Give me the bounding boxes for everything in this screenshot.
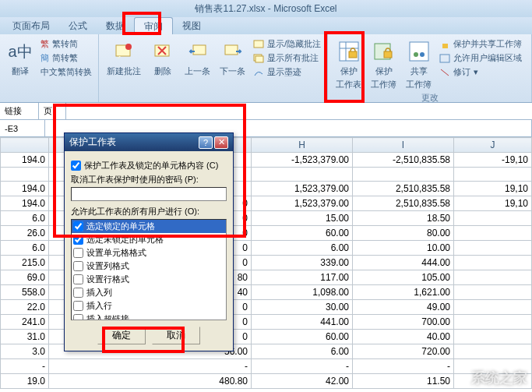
show-hide-comment-button[interactable]: 显示/隐藏批注	[252, 37, 322, 51]
table-row[interactable]: ----	[1, 359, 532, 374]
next-comment-button[interactable]: 下一条	[217, 37, 248, 79]
cell[interactable]: 105.00	[353, 270, 454, 285]
permission-checkbox[interactable]	[73, 248, 83, 258]
prev-comment-button[interactable]: 上一条	[181, 37, 213, 79]
cell-reference[interactable]: -E3	[0, 120, 45, 136]
cell[interactable]: -2,510,835.58	[353, 153, 454, 168]
ok-button[interactable]: 确定	[97, 327, 146, 344]
permission-option[interactable]: 选定未锁定的单元格	[72, 233, 226, 246]
cell[interactable]: 18.50	[353, 211, 454, 226]
col-header-h[interactable]: H	[252, 138, 353, 153]
cell[interactable]: 6.0	[1, 241, 49, 256]
cell[interactable]: 10.00	[353, 241, 454, 256]
cell[interactable]	[454, 344, 532, 359]
cell[interactable]	[454, 168, 532, 182]
cell[interactable]	[252, 168, 353, 182]
dialog-help-button[interactable]: ?	[199, 136, 213, 149]
cell[interactable]: 30.00	[252, 300, 353, 315]
cell[interactable]: 6.00	[252, 344, 353, 359]
cell[interactable]: 2,510,835.58	[353, 196, 454, 211]
cell[interactable]	[454, 226, 532, 241]
cell[interactable]: 1,098.00	[252, 285, 353, 300]
cell[interactable]: -1,523,379.00	[252, 153, 353, 168]
cell[interactable]: 19,10	[454, 182, 532, 196]
cell[interactable]: 444.00	[353, 256, 454, 270]
cell[interactable]: 26.0	[1, 226, 49, 241]
protect-workbook-button[interactable]: 保护 工作簿	[368, 37, 400, 92]
cell[interactable]	[454, 315, 532, 330]
cell[interactable]: 3.0	[1, 344, 49, 359]
cell[interactable]: -	[49, 359, 252, 374]
cell[interactable]: 6.0	[1, 211, 49, 226]
cell[interactable]: -	[1, 359, 49, 374]
cell[interactable]: 1,523,379.00	[252, 182, 353, 196]
cell[interactable]: 215.0	[1, 256, 49, 270]
cell[interactable]: -19,10	[454, 153, 532, 168]
cell[interactable]: -	[252, 359, 353, 374]
cell[interactable]: 49.00	[353, 300, 454, 315]
cell[interactable]: 700.00	[353, 315, 454, 330]
tab-view[interactable]: 视图	[173, 17, 210, 34]
translate-button[interactable]: a中 翻译	[5, 37, 36, 79]
cell[interactable]	[454, 211, 532, 226]
cell[interactable]: 6.00	[252, 241, 353, 256]
permission-checkbox[interactable]	[73, 274, 83, 284]
show-all-comments-button[interactable]: 显示所有批注	[252, 51, 322, 65]
trad-to-simp-button[interactable]: 繁繁转简	[39, 37, 93, 51]
cell[interactable]: 194.0	[1, 196, 49, 211]
cell[interactable]: 441.00	[252, 315, 353, 330]
cell[interactable]: 241.0	[1, 315, 49, 330]
show-ink-button[interactable]: 显示墨迹	[252, 65, 322, 79]
cell[interactable]	[1, 168, 49, 182]
convert-button[interactable]: 中文繁简转换	[39, 65, 93, 79]
allow-edit-ranges-button[interactable]: 允许用户编辑区域	[438, 51, 523, 65]
permission-option[interactable]: 选定锁定的单元格	[72, 220, 226, 233]
cell[interactable]: 2,510,835.58	[353, 182, 454, 196]
permission-option[interactable]: 插入行	[72, 299, 226, 313]
simp-to-trad-button[interactable]: 簡简转繁	[39, 51, 93, 65]
password-input[interactable]	[71, 187, 227, 201]
cell[interactable]: 1,523,379.00	[252, 196, 353, 211]
cancel-button[interactable]: 取消	[152, 327, 200, 344]
cell[interactable]	[454, 330, 532, 344]
permissions-listbox[interactable]: 选定锁定的单元格选定未锁定的单元格设置单元格格式设置列格式设置行格式插入列插入行…	[71, 219, 227, 320]
permission-checkbox[interactable]	[73, 288, 83, 298]
cell[interactable]: 22.0	[1, 300, 49, 315]
cell[interactable]: 42.00	[252, 374, 353, 389]
cell[interactable]: 60.00	[252, 226, 353, 241]
cell[interactable]: 15.00	[252, 211, 353, 226]
cell[interactable]: 1,621.00	[353, 285, 454, 300]
cell[interactable]: 194.0	[1, 153, 49, 168]
cell[interactable]	[454, 241, 532, 256]
cell[interactable]: 194.0	[1, 182, 49, 196]
tab-formulas[interactable]: 公式	[59, 17, 97, 34]
dialog-close-button[interactable]: ✕	[214, 136, 228, 149]
permission-option[interactable]: 设置单元格格式	[72, 246, 226, 260]
cell[interactable]: 80.00	[353, 226, 454, 241]
cell[interactable]: 69.0	[1, 270, 49, 285]
permission-checkbox[interactable]	[73, 314, 83, 320]
protect-contents-checkbox[interactable]	[71, 161, 81, 171]
permission-option[interactable]: 插入超链接	[72, 313, 226, 320]
tab-page-layout[interactable]: 页面布局	[3, 17, 59, 34]
table-row[interactable]: 19.0480.8042.0011.50	[1, 374, 532, 389]
permission-checkbox[interactable]	[73, 221, 83, 231]
cell[interactable]: 60.00	[252, 330, 353, 344]
col-header-i[interactable]: I	[353, 138, 454, 153]
protect-share-button[interactable]: 保护并共享工作簿	[438, 37, 523, 51]
cell[interactable]: 31.0	[1, 330, 49, 344]
cell[interactable]	[454, 270, 532, 285]
tab-data[interactable]: 数据	[97, 17, 134, 34]
cell[interactable]: 40.00	[353, 330, 454, 344]
cell[interactable]: 117.00	[252, 270, 353, 285]
col-header-j[interactable]: J	[454, 138, 532, 153]
cell[interactable]	[454, 285, 532, 300]
share-workbook-button[interactable]: 共享 工作簿	[403, 37, 435, 92]
cell[interactable]: 720.00	[353, 344, 454, 359]
permission-option[interactable]: 插入列	[72, 286, 226, 299]
new-comment-button[interactable]: 新建批注	[104, 37, 144, 79]
cell[interactable]	[353, 168, 454, 182]
cell[interactable]	[454, 256, 532, 270]
cell[interactable]	[454, 300, 532, 315]
cell[interactable]: -	[353, 359, 454, 374]
